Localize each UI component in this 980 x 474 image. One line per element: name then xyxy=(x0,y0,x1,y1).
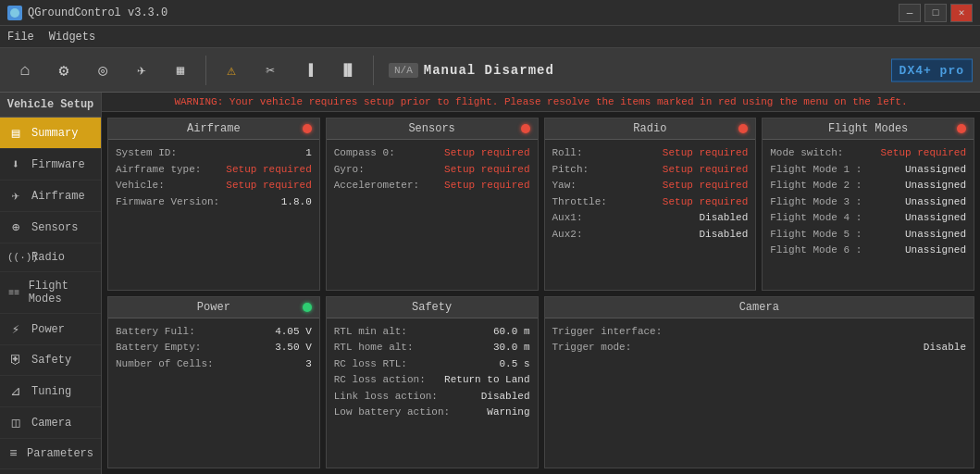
label: Flight Mode 1 : xyxy=(770,162,862,178)
sensors-card-header: Sensors xyxy=(327,118,538,140)
radio-card: Radio Roll: Setup required Pitch: Setup … xyxy=(544,118,757,291)
send-toolbar-btn[interactable]: ✈ xyxy=(124,53,159,88)
airframe-card-header: Airframe xyxy=(108,118,319,140)
value: Return to Land xyxy=(444,372,529,388)
menu-bar: File Widgets xyxy=(0,26,980,48)
flight-modes-card: Flight Modes Mode switch: Setup required… xyxy=(762,118,974,291)
label: RC loss action: xyxy=(334,372,426,388)
power-card-body: Battery Full: 4.05 V Battery Empty: 3.50… xyxy=(108,318,319,468)
label: Link loss action: xyxy=(334,389,438,405)
flight-modes-icon: ≡≡ xyxy=(7,288,21,298)
settings-toolbar-btn[interactable]: ⚙ xyxy=(46,53,81,88)
summary-icon: ▤ xyxy=(7,125,24,141)
label: Aux2: xyxy=(552,227,583,243)
label: Roll: xyxy=(552,145,583,161)
sidebar-item-power[interactable]: ⚡ Power xyxy=(0,314,101,345)
label: Battery Empty: xyxy=(116,340,201,356)
value: Setup required xyxy=(444,145,529,161)
sidebar-item-summary[interactable]: ▤ Summary xyxy=(0,118,101,149)
label: Flight Mode 6 : xyxy=(770,243,862,258)
sidebar-item-parameters[interactable]: ≡ Parameters xyxy=(0,439,101,469)
bars-toolbar-btn[interactable]: ▐▌ xyxy=(330,53,366,88)
map-toolbar-btn[interactable]: ◎ xyxy=(85,53,120,88)
content-area: WARNING: Your vehicle requires setup pri… xyxy=(102,93,980,474)
camera-card: Camera Trigger interface: Trigger mode: … xyxy=(544,296,975,469)
sidebar-item-safety[interactable]: ⛨ Safety xyxy=(0,345,101,376)
signal-toolbar-btn[interactable]: ▐ xyxy=(292,53,327,88)
label: Battery Full: xyxy=(116,324,195,340)
sidebar-item-airframe[interactable]: ✈ Airframe xyxy=(0,181,101,212)
table-row: Battery Empty: 3.50 V xyxy=(116,340,312,356)
radio-indicator xyxy=(738,124,748,133)
table-row: Flight Mode 1 : Unassigned xyxy=(770,162,966,178)
sidebar-label-airframe: Airframe xyxy=(31,190,85,203)
value: Unassigned xyxy=(905,194,966,210)
table-row: Airframe type: Setup required xyxy=(116,162,312,178)
table-row: Compass 0: Setup required xyxy=(334,145,530,161)
menu-widgets[interactable]: Widgets xyxy=(49,31,95,44)
sidebar-item-sensors[interactable]: ⊕ Sensors xyxy=(0,212,101,243)
summary-grid: Airframe System ID: 1 Airframe type: Set… xyxy=(102,112,980,474)
sidebar-item-flight-modes[interactable]: ≡≡ Flight Modes xyxy=(0,272,101,314)
menu-file[interactable]: File xyxy=(7,31,34,44)
airframe-card-body: System ID: 1 Airframe type: Setup requir… xyxy=(108,140,319,290)
table-row: Flight Mode 2 : Unassigned xyxy=(770,178,966,193)
table-row: Number of Cells: 3 xyxy=(116,356,312,372)
tools-toolbar-btn[interactable]: ✂ xyxy=(253,53,288,88)
label: Flight Mode 4 : xyxy=(770,210,862,226)
power-card-header: Power xyxy=(108,297,319,318)
table-row: Flight Mode 5 : Unassigned xyxy=(770,227,966,243)
airframe-icon: ✈ xyxy=(7,188,24,204)
brand-logo: DX4+ pro xyxy=(891,58,973,81)
label: Mode switch: xyxy=(770,145,843,161)
value: 3.50 V xyxy=(275,340,312,356)
sensors-icon: ⊕ xyxy=(7,219,24,235)
home-toolbar-btn[interactable]: ⌂ xyxy=(7,53,43,88)
sidebar-item-radio[interactable]: ((·)) Radio xyxy=(0,243,101,272)
table-row: Trigger interface: xyxy=(552,324,967,340)
minimize-btn[interactable]: — xyxy=(899,4,921,22)
table-row: Throttle: Setup required xyxy=(552,194,749,210)
close-btn[interactable]: ✕ xyxy=(950,4,973,22)
pattern-toolbar-btn[interactable]: ▦ xyxy=(163,53,198,88)
value: Setup required xyxy=(881,145,966,161)
sidebar-label-camera: Camera xyxy=(31,417,71,430)
value: 0.5 s xyxy=(499,356,529,372)
table-row: Accelerometer: Setup required xyxy=(334,178,530,193)
camera-icon: ◫ xyxy=(7,415,24,430)
app-icon xyxy=(7,6,22,20)
value: Setup required xyxy=(226,162,311,178)
table-row: RC loss action: Return to Land xyxy=(334,372,530,388)
value: Setup required xyxy=(663,194,748,210)
sidebar-item-camera[interactable]: ◫ Camera xyxy=(0,407,101,439)
flight-modes-card-body: Mode switch: Setup required Flight Mode … xyxy=(763,140,974,290)
value: Unassigned xyxy=(905,210,966,226)
toolbar: ⌂ ⚙ ◎ ✈ ▦ ⚠ ✂ ▐ ▐▌ N/A Manual Disarmed D… xyxy=(0,48,980,93)
sidebar-item-tuning[interactable]: ⊿ Tuning xyxy=(0,376,101,407)
value: Setup required xyxy=(663,162,748,178)
toolbar-status: N/A Manual Disarmed xyxy=(389,63,554,78)
sidebar-label-flight-modes: Flight Modes xyxy=(29,280,93,306)
value: Disable xyxy=(924,340,966,356)
value: Setup required xyxy=(444,178,529,193)
sensors-indicator xyxy=(521,124,530,133)
table-row: Gyro: Setup required xyxy=(334,162,530,178)
label: Flight Mode 2 : xyxy=(770,178,862,193)
table-row: Mode switch: Setup required xyxy=(770,145,966,161)
airframe-card-title: Airframe xyxy=(187,122,241,135)
value: Unassigned xyxy=(905,243,966,258)
sidebar-label-parameters: Parameters xyxy=(27,447,93,460)
value: Setup required xyxy=(444,162,529,178)
sidebar-item-firmware[interactable]: ⬇ Firmware xyxy=(0,149,101,181)
alert-toolbar-btn[interactable]: ⚠ xyxy=(214,53,249,88)
sensors-card-title: Sensors xyxy=(408,122,454,135)
label: Compass 0: xyxy=(334,145,395,161)
airframe-indicator xyxy=(303,124,312,133)
value: Unassigned xyxy=(905,227,966,243)
maximize-btn[interactable]: □ xyxy=(924,4,947,22)
power-icon: ⚡ xyxy=(7,321,24,337)
power-card-title: Power xyxy=(197,301,230,314)
table-row: Aux2: Disabled xyxy=(552,227,749,243)
safety-card-header: Safety xyxy=(327,297,538,318)
sidebar-header: Vehicle Setup xyxy=(0,93,101,118)
